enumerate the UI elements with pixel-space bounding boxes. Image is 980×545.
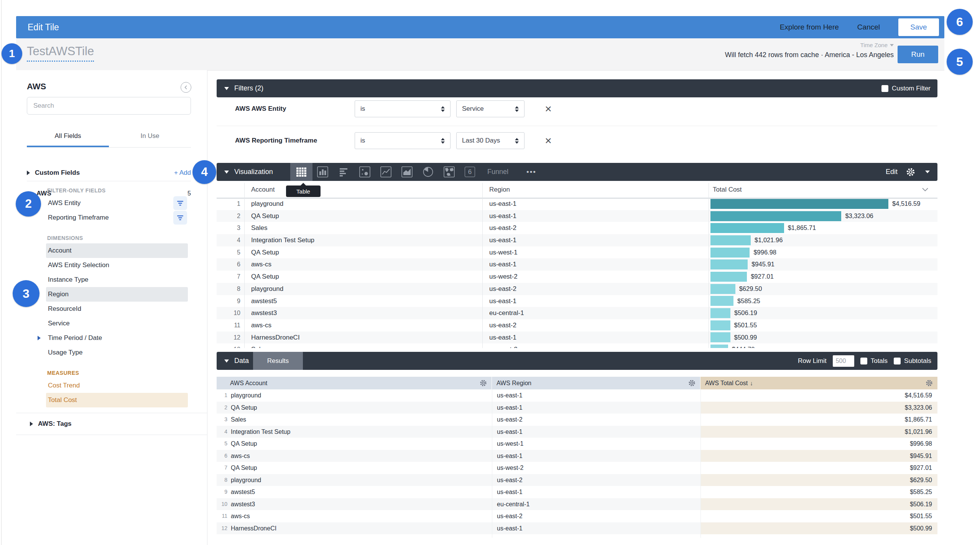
column-label: AWS Total Cost [705,380,748,387]
filter-value-select[interactable]: Service [456,100,525,117]
account-cell: HarnessDroneCI [251,332,300,344]
gear-icon[interactable] [688,379,696,387]
sidebar-field-reporting-timeframe[interactable]: Reporting Timeframe [46,210,188,225]
annotation-circle-1: 1 [2,43,22,64]
sidebar-field-service[interactable]: Service [46,316,188,331]
field-label: Region [48,291,69,298]
tab-all-fields[interactable]: All Fields [27,132,109,147]
column-header-total-cost[interactable]: Total Cost [713,186,742,194]
sidebar-field-aws-entity[interactable]: AWS Entity [46,196,188,210]
edit-viz-button[interactable]: Edit [886,168,898,176]
timezone-dropdown[interactable]: Time Zone [860,42,894,48]
remove-filter-button[interactable]: × [540,100,557,117]
more-viz-types-icon[interactable]: ••• [526,168,536,176]
custom-fields-row[interactable]: Custom Fields + Add [27,165,191,181]
pie-chart-icon[interactable] [423,166,434,177]
viz-settings-button[interactable] [906,167,930,177]
checkbox-icon[interactable] [860,358,867,364]
table-icon[interactable] [290,163,312,181]
total-cost-cell: $629.50 [700,474,937,486]
single-value-icon[interactable]: 6 [465,167,475,177]
cell-text: playground [227,389,261,402]
row-limit-input[interactable] [833,355,854,367]
collapse-sidebar-icon[interactable] [181,82,191,93]
filters-section-bar[interactable]: Filters (2) Custom Filter [217,79,937,97]
sidebar-field-total-cost[interactable]: Total Cost [46,393,188,407]
custom-filter-checkbox[interactable]: Custom Filter [881,85,931,92]
tab-in-use[interactable]: In Use [109,132,191,147]
data-column-header-aws-account[interactable]: AWS Account [217,377,492,389]
sidebar-field-aws-entity-selection[interactable]: AWS Entity Selection [46,258,188,272]
aws-tags-group-row[interactable]: AWS: Tags [16,413,207,435]
region-cell: us-east-2 [492,474,700,486]
data-column-header-aws-total-cost[interactable]: AWS Total Cost ↓ [700,377,937,389]
funnel-viz-option[interactable]: Funnel [487,168,508,176]
filter-operator-select[interactable]: is [355,132,451,149]
total-cost-cell: $3,323.06 [710,210,873,222]
search-input[interactable] [27,97,191,115]
save-button[interactable]: Save [898,18,939,36]
region-cell: us-west-2 [489,343,518,348]
remove-filter-button[interactable]: × [540,132,557,149]
data-section-bar[interactable]: Data Results Row Limit Totals Subtotals [217,352,937,370]
filter-value-select[interactable]: Last 30 Days [456,132,525,149]
account-cell: 5QA Setup [217,438,492,450]
account-cell: 4Integration Test Setup [217,426,492,438]
annotation-circle-3: 3 [13,280,39,307]
explore-from-here-link[interactable]: Explore from Here [780,23,839,31]
row-number: 2 [217,210,240,222]
column-menu-chevron-icon[interactable] [922,186,928,194]
row-number: 6 [217,258,240,271]
filter-icon[interactable] [173,196,187,210]
sidebar-field-usage-type[interactable]: Usage Type [46,345,188,360]
viz-table-row: 1playgroundus-east-1$4,516.59 [217,198,937,210]
sidebar-field-time-period-date[interactable]: Time Period / Date [46,331,188,345]
cancel-button[interactable]: Cancel [857,23,880,31]
tile-name-input[interactable]: TestAWSTile [27,44,94,62]
add-custom-field-button[interactable]: + Add [174,169,191,177]
totals-checkbox[interactable]: Totals [860,357,888,365]
filter-field-label: AWS AWS Entity [235,100,286,117]
column-chart-icon[interactable] [317,166,328,177]
row-number: 3 [217,222,240,234]
cost-value-label: $1,021.96 [755,234,783,246]
region-cell: us-east-1 [489,234,516,246]
filter-icon[interactable] [173,211,187,225]
fields-list: FILTER-ONLY FIELDS AWS EntityReporting T… [16,184,207,435]
filter-operator-select[interactable]: is [355,100,451,117]
field-label: Usage Type [48,349,82,356]
expand-caret-icon[interactable] [38,336,41,340]
selected-value: Last 30 Days [462,137,500,144]
checkbox-icon[interactable] [881,85,888,92]
sidebar-field-resourceid[interactable]: ResourceId [46,302,188,316]
sidebar-field-region[interactable]: Region [46,287,188,302]
gear-icon[interactable] [480,379,487,387]
field-label: Time Period / Date [48,334,102,341]
results-tab[interactable]: Results [253,352,303,370]
custom-filter-label: Custom Filter [892,85,931,92]
visualization-section-bar[interactable]: Visualization 6 Funnel ••• Edit [217,163,937,181]
account-cell: QA Setup [251,246,279,259]
checkbox-icon[interactable] [894,358,901,364]
column-header-account[interactable]: Account [251,186,275,194]
bar-chart-icon[interactable] [338,166,349,177]
map-icon[interactable] [444,166,455,177]
divider [709,198,709,348]
total-cost-cell: $500.99 [700,522,937,535]
sidebar-field-account[interactable]: Account [46,243,188,258]
gear-icon[interactable] [926,379,933,387]
account-cell: 2QA Setup [217,402,492,414]
account-cell: awstest3 [251,307,277,319]
sidebar-field-instance-type[interactable]: Instance Type [46,272,188,287]
cell-text: Integration Test Setup [227,426,290,438]
subtotals-checkbox[interactable]: Subtotals [894,357,931,365]
area-chart-icon[interactable] [401,166,413,177]
line-chart-icon[interactable] [380,166,391,177]
sidebar-field-cost-trend[interactable]: Cost Trend [46,378,188,393]
scatter-plot-icon[interactable] [359,166,370,177]
region-cell: us-east-1 [489,210,516,222]
column-header-region[interactable]: Region [489,186,510,194]
divider [482,183,483,198]
data-column-header-aws-region[interactable]: AWS Region [492,377,700,389]
run-button[interactable]: Run [898,46,938,63]
